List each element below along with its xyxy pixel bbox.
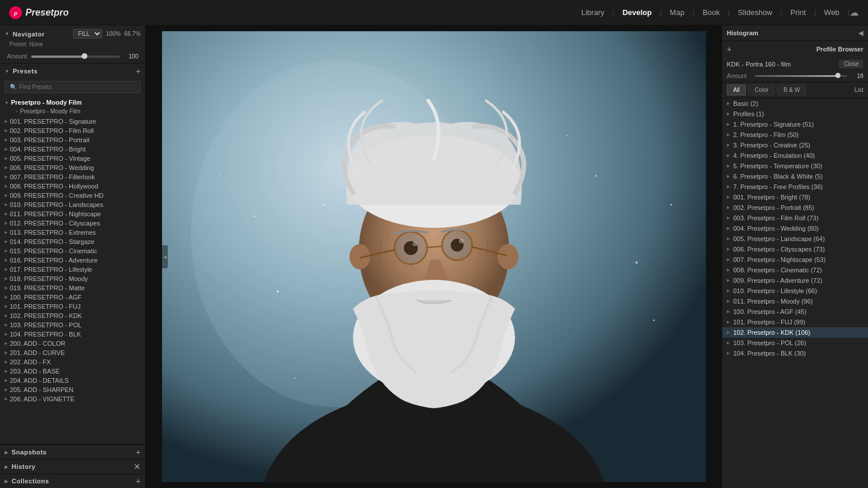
profile-group-item[interactable]: ▶Basic (2): [722, 98, 868, 109]
profile-group-item[interactable]: ▶2. Presetpro - Film (50): [722, 130, 868, 140]
preset-item[interactable]: ▶102. PRESETPRO - KDK: [0, 311, 145, 320]
search-icon: 🔍: [10, 84, 17, 90]
profile-group-item[interactable]: ▶009. Presetpro - Adventure (72): [722, 275, 868, 286]
preset-item[interactable]: ▶202. ADD - FX: [0, 357, 145, 367]
svg-point-26: [595, 175, 597, 177]
filter-tabs: All Color B & W List: [722, 82, 868, 98]
history-header[interactable]: ▶ History ✕: [0, 460, 145, 474]
profile-group-item[interactable]: ▶1. Presetpro - Signature (51): [722, 119, 868, 130]
profile-group-item[interactable]: ▶4. Presetpro - Emulation (40): [722, 150, 868, 161]
tree-child-moody[interactable]: ▪ Presetpro - Moody Film: [0, 107, 145, 116]
svg-point-24: [277, 290, 279, 293]
profile-group-item[interactable]: ▶004. Presetpro - Wedding (80): [722, 223, 868, 234]
nav-slideshow[interactable]: Slideshow: [730, 8, 780, 17]
add-preset-button[interactable]: +: [136, 67, 141, 75]
preset-item[interactable]: ▶104. PRESETPRO - BLK: [0, 330, 145, 339]
preset-item[interactable]: ▶008. PRESETPRO - Hollywood: [0, 182, 145, 191]
profile-group-item[interactable]: ▶7. Presetpro - Free Profiles (36): [722, 182, 868, 192]
profile-group-item[interactable]: ▶006. Presetpro - Cityscapes (73): [722, 244, 868, 254]
nav-library[interactable]: Library: [573, 8, 613, 17]
profile-group-item[interactable]: ▶Profiles (1): [722, 109, 868, 119]
preset-item[interactable]: ▶017. PRESETPRO - Lifestyle: [0, 265, 145, 274]
profile-group-item[interactable]: ▶011. Presetpro - Moody (96): [722, 296, 868, 306]
profile-browser-section: + Profile Browser KDK - Portra 160 - fil…: [722, 41, 868, 82]
profile-group-item[interactable]: ▶103. Presetpro - POL (26): [722, 338, 868, 348]
profile-group-item[interactable]: ▶5. Presetpro - Temperature (30): [722, 161, 868, 171]
preset-item[interactable]: ▶203. ADD - BASE: [0, 367, 145, 376]
preset-item[interactable]: ▶019. PRESETPRO - Matte: [0, 283, 145, 293]
preset-item[interactable]: ▶009. PRESETPRO - Creative HD: [0, 191, 145, 200]
preset-item[interactable]: ▶201. ADD - CURVE: [0, 348, 145, 357]
close-history-button[interactable]: ✕: [134, 463, 141, 471]
history-triangle: ▶: [5, 464, 8, 469]
preset-item[interactable]: ▶101. PRESETPRO - FUJ: [0, 302, 145, 311]
preset-item[interactable]: ▶012. PRESETPRO - Cityscapes: [0, 219, 145, 228]
nav-develop[interactable]: Develop: [615, 8, 660, 17]
preset-item[interactable]: ▶010. PRESETPRO - Landscapes: [0, 200, 145, 209]
svg-point-25: [253, 216, 255, 217]
profile-group-item[interactable]: ▶010. Presetpro - Lifestyle (66): [722, 286, 868, 296]
preset-item[interactable]: ▶004. PRESETPRO - Bright: [0, 145, 145, 154]
svg-point-17: [459, 239, 464, 243]
preset-item[interactable]: ▶204. ADD - DETAILS: [0, 376, 145, 385]
add-profile-button[interactable]: +: [727, 45, 731, 54]
collections-header[interactable]: ▶ Collections +: [0, 474, 145, 488]
profile-group-item[interactable]: ▶007. Presetpro - Nightscape (53): [722, 254, 868, 265]
nav-map[interactable]: Map: [662, 8, 693, 17]
snapshots-header[interactable]: ▶ Snapshots +: [0, 445, 145, 459]
preset-item[interactable]: ▶018. PRESETPRO - Moody: [0, 274, 145, 283]
preset-item[interactable]: ▶013. PRESETPRO - Extremes: [0, 228, 145, 237]
presets-header[interactable]: ▼ Presets +: [0, 64, 145, 79]
filter-tab-color[interactable]: Color: [748, 84, 775, 95]
profile-group-item[interactable]: ▶101. Presetpro - FUJ (99): [722, 317, 868, 327]
profile-group-item[interactable]: ▶102. Presetpro - KDK (106): [722, 327, 868, 338]
search-input[interactable]: [19, 84, 135, 90]
pb-amount-slider[interactable]: [755, 75, 847, 77]
pb-amount-label: Amount: [727, 73, 750, 79]
amount-slider[interactable]: [31, 56, 120, 58]
preset-item[interactable]: ▶014. PRESETPRO - Stargaze: [0, 237, 145, 246]
nav-print[interactable]: Print: [782, 8, 814, 17]
profile-group-item[interactable]: ▶005. Presetpro - Landscape (64): [722, 234, 868, 244]
fill-dropdown[interactable]: FILL FIT 1:1: [73, 29, 102, 39]
profile-group-item[interactable]: ▶104. Presetpro - BLK (30): [722, 348, 868, 358]
add-snapshot-button[interactable]: +: [136, 448, 141, 456]
preset-item[interactable]: ▶006. PRESETPRO - Wedding: [0, 163, 145, 172]
profile-group-item[interactable]: ▶002. Presetpro - Portrait (85): [722, 202, 868, 213]
profile-group-item[interactable]: ▶008. Presetpro - Cinematic (72): [722, 265, 868, 275]
preset-item[interactable]: ▶100. PRESETPRO - AGF: [0, 293, 145, 302]
pb-close-button[interactable]: Close: [839, 60, 863, 68]
profile-group-item[interactable]: ▶100. Presetpro - AGF (45): [722, 306, 868, 317]
profile-group-item[interactable]: ▶3. Presetpro - Creative (25): [722, 140, 868, 150]
profile-group-item[interactable]: ▶6. Presetpro - Black & White (5): [722, 171, 868, 182]
profile-group-item[interactable]: ▶003. Presetpro - Film Roll (73): [722, 213, 868, 223]
list-view-button[interactable]: List: [854, 87, 863, 93]
filter-tab-bw[interactable]: B & W: [777, 84, 806, 95]
presets-panel: ▼ Presets + 🔍 ▼ Presetpro - Moody Film ▪: [0, 64, 145, 445]
preset-item[interactable]: ▶002. PRESETPRO - Film Roll: [0, 126, 145, 135]
preset-item[interactable]: ▶015. PRESETPRO - Cinematic: [0, 246, 145, 256]
navigator-triangle: ▼: [5, 31, 9, 36]
preset-item[interactable]: ▶103. PRESETPRO - POL: [0, 320, 145, 330]
tree-group-moody-header[interactable]: ▼ Presetpro - Moody Film: [0, 98, 145, 107]
left-panel-collapse[interactable]: ◀: [162, 245, 168, 268]
preset-item[interactable]: ▶016. PRESETPRO - Adventure: [0, 256, 145, 265]
nav-pct2: 66.7%: [124, 31, 141, 37]
preset-item[interactable]: ▶205. ADD - SHARPEN: [0, 385, 145, 394]
preset-tree: ▼ Presetpro - Moody Film ▪ Presetpro - M…: [0, 97, 145, 406]
preset-item[interactable]: ▶206. ADD - VIGNETTE: [0, 394, 145, 404]
filter-tab-all[interactable]: All: [727, 84, 746, 95]
histogram-section: Histogram ◀: [722, 25, 868, 41]
profile-group-item[interactable]: ▶001. Presetpro - Bright (78): [722, 192, 868, 202]
preset-item[interactable]: ▶011. PRESETPRO - Nightscape: [0, 209, 145, 219]
add-collection-button[interactable]: +: [136, 477, 141, 485]
preset-item[interactable]: ▶003. PRESETPRO - Portrait: [0, 135, 145, 145]
nav-book[interactable]: Book: [694, 8, 728, 17]
preset-item[interactable]: ▶001. PRESETPRO - Signature: [0, 117, 145, 126]
preset-item[interactable]: ▶005. PRESETPRO - Vintage: [0, 154, 145, 163]
preset-item[interactable]: ▶007. PRESETPRO - Filterlook: [0, 172, 145, 182]
navigator-header[interactable]: ▼ Navigator FILL FIT 1:1 100% 66.7%: [5, 29, 141, 39]
histogram-collapse-button[interactable]: ◀: [858, 29, 863, 37]
preset-item[interactable]: ▶200. ADD - COLOR: [0, 339, 145, 348]
nav-web[interactable]: Web: [816, 8, 848, 17]
